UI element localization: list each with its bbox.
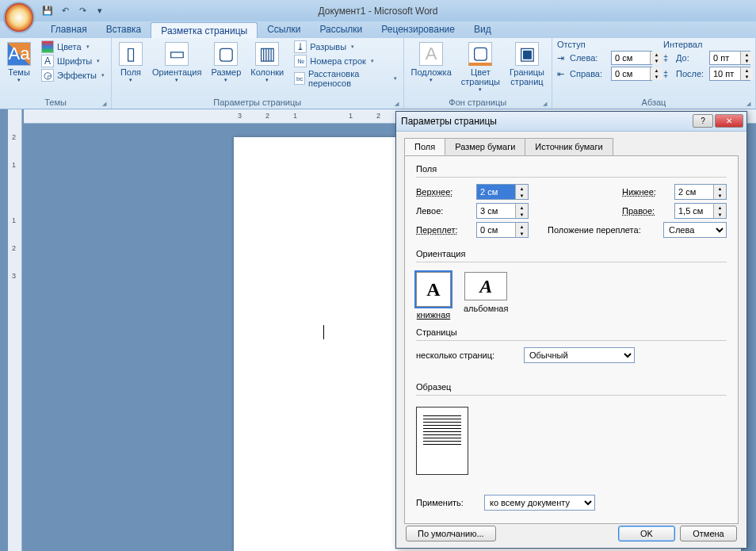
size-button[interactable]: ▢Размер▾ [207, 40, 245, 86]
ok-button[interactable]: OK [618, 526, 675, 541]
hyphenation-icon: bc [294, 72, 305, 85]
fieldset-margins: Поля Верхнее: ▲▼ Нижнее: ▲▼ Левое: ▲▼ Пр… [416, 164, 727, 241]
margin-top-label: Верхнее: [416, 187, 472, 197]
orientation-landscape[interactable]: A альбомная [464, 272, 508, 320]
redo-icon[interactable]: ↷ [74, 3, 90, 19]
gutter-label: Переплет: [416, 225, 472, 235]
tab-mailings[interactable]: Рассылки [310, 21, 372, 38]
spinner-up-icon[interactable]: ▲ [516, 185, 528, 192]
ribbon: Aa Темы▾ Цвета▾ AШрифты▾ ◶Эффекты▾ Темы … [0, 38, 756, 109]
group-label-themes: Темы [3, 97, 108, 109]
hyphenation-button[interactable]: bcРасстановка переносов▾ [291, 68, 399, 89]
gutter-field[interactable]: ▲▼ [476, 222, 529, 238]
spacing-after-icon: ‡ [663, 69, 676, 78]
effects-button[interactable]: ◶Эффекты▾ [38, 68, 108, 82]
default-button[interactable]: По умолчанию... [406, 526, 496, 541]
multiple-pages-select[interactable]: Обычный [524, 347, 635, 363]
window-title: Документ1 - Microsoft Word [0, 6, 756, 17]
margin-left-label: Левое: [416, 206, 472, 216]
spacing-after-field[interactable]: ▲▼ [709, 67, 750, 81]
indent-left-field[interactable]: ▲▼ [611, 51, 652, 65]
effects-icon: ◶ [41, 69, 54, 82]
colors-button[interactable]: Цвета▾ [38, 40, 108, 54]
gutter-position-select[interactable]: Слева [663, 222, 727, 238]
page-setup-dialog: Параметры страницы ? ✕ Поля Размер бумаг… [395, 111, 747, 549]
save-icon[interactable]: 💾 [40, 3, 55, 19]
themes-button[interactable]: Aa Темы▾ [3, 40, 35, 86]
title-bar: 💾 ↶ ↷ ▾ Документ1 - Microsoft Word [0, 0, 756, 21]
vertical-ruler[interactable]: 2 1 1 2 3 [8, 109, 22, 551]
group-themes: Aa Темы▾ Цвета▾ AШрифты▾ ◶Эффекты▾ Темы [0, 38, 112, 109]
tab-insert[interactable]: Вставка [97, 21, 151, 38]
indent-right-icon: ⇤ [557, 69, 570, 79]
tab-home[interactable]: Главная [41, 21, 97, 38]
fieldset-margins-label: Поля [416, 164, 727, 178]
indent-right-field[interactable]: ▲▼ [611, 67, 652, 81]
spacing-before-icon: ‡ [663, 53, 676, 63]
tab-references[interactable]: Ссылки [258, 21, 310, 38]
spinner-down-icon[interactable]: ▼ [516, 192, 528, 199]
portrait-icon: A [416, 272, 451, 307]
fieldset-pages: Страницы несколько страниц: Обычный [416, 327, 727, 366]
fieldset-orientation-label: Ориентация [416, 249, 727, 262]
dialog-titlebar[interactable]: Параметры страницы ? ✕ [396, 112, 746, 132]
office-button[interactable] [3, 2, 35, 33]
group-label-page-setup: Параметры страницы [115, 97, 400, 109]
group-page-setup: ▯Поля▾ ▭Ориентация▾ ▢Размер▾ ▥Колонки▾ ⤓… [112, 38, 404, 109]
tab-review[interactable]: Рецензирование [372, 21, 464, 38]
page-borders-icon: ▣ [515, 42, 539, 66]
orientation-portrait[interactable]: A книжная [416, 272, 451, 320]
watermark-button[interactable]: AПодложка▾ [407, 40, 456, 86]
size-icon: ▢ [214, 42, 238, 66]
group-paragraph: Отступ ⇥Слева: ▲▼ ⇤Справа: ▲▼ Интервал ‡… [552, 38, 756, 109]
tab-view[interactable]: Вид [464, 21, 501, 38]
sample-preview-icon [416, 407, 468, 475]
dialog-tab-source[interactable]: Источник бумаги [525, 138, 613, 155]
page-color-button[interactable]: ▢Цвет страницы▾ [457, 40, 504, 95]
undo-icon[interactable]: ↶ [57, 3, 73, 19]
indent-left-icon: ⇥ [557, 53, 570, 63]
orientation-button[interactable]: ▭Ориентация▾ [148, 40, 205, 86]
margin-right-field[interactable]: ▲▼ [674, 203, 727, 219]
margin-left-field[interactable]: ▲▼ [476, 203, 529, 219]
colors-icon [41, 40, 54, 53]
margin-top-field[interactable]: ▲▼ [476, 184, 529, 200]
line-numbers-button[interactable]: №Номера строк▾ [291, 54, 399, 68]
close-button[interactable]: ✕ [715, 114, 743, 128]
page-color-icon: ▢ [468, 42, 492, 66]
dialog-footer: По умолчанию... OK Отмена [396, 526, 746, 541]
margin-bottom-field[interactable]: ▲▼ [674, 184, 727, 200]
dialog-title: Параметры страницы [401, 116, 497, 127]
themes-icon: Aa [7, 42, 31, 66]
quick-access-toolbar: 💾 ↶ ↷ ▾ [40, 3, 108, 19]
margin-bottom-label: Нижнее: [622, 187, 670, 197]
fieldset-pages-label: Страницы [416, 327, 727, 341]
watermark-icon: A [419, 42, 443, 66]
columns-icon: ▥ [255, 42, 279, 66]
columns-button[interactable]: ▥Колонки▾ [246, 40, 288, 86]
fieldset-sample: Образец [416, 382, 727, 475]
spacing-after-label: После: [676, 69, 709, 78]
page-borders-button[interactable]: ▣Границы страниц [506, 40, 548, 89]
spacing-before-label: До: [676, 53, 709, 63]
spacing-before-field[interactable]: ▲▼ [709, 51, 750, 65]
indent-left-label: Слева: [570, 53, 611, 63]
group-label-page-background: Фон страницы [407, 97, 548, 109]
breaks-icon: ⤓ [294, 40, 307, 53]
indent-right-label: Справа: [570, 69, 611, 78]
qat-dropdown-icon[interactable]: ▾ [92, 3, 108, 19]
breaks-button[interactable]: ⤓Разрывы▾ [291, 40, 399, 54]
margins-button[interactable]: ▯Поля▾ [115, 40, 147, 86]
tab-page-layout[interactable]: Разметка страницы [151, 22, 258, 38]
dialog-tab-fields[interactable]: Поля [404, 138, 445, 155]
fonts-button[interactable]: AШрифты▾ [38, 54, 108, 68]
apply-to-select[interactable]: ко всему документу [484, 495, 595, 511]
help-button[interactable]: ? [693, 114, 713, 128]
spacing-label: Интервал [663, 40, 752, 49]
cancel-button[interactable]: Отмена [680, 526, 737, 541]
dialog-tab-paper[interactable]: Размер бумаги [445, 138, 525, 155]
gutter-position-label: Положение переплета: [548, 225, 659, 235]
dialog-body: Поля Верхнее: ▲▼ Нижнее: ▲▼ Левое: ▲▼ Пр… [404, 155, 739, 524]
text-cursor [323, 325, 324, 339]
line-numbers-icon: № [294, 55, 307, 67]
